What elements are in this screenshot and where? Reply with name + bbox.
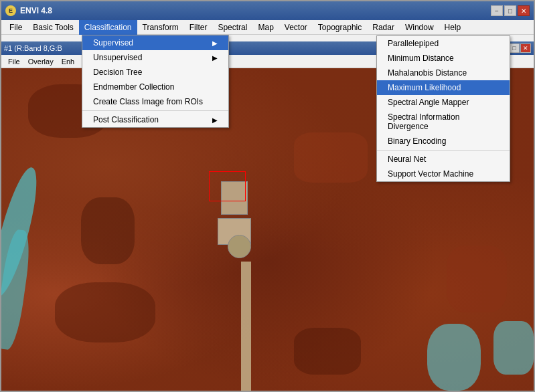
cls-endmember[interactable]: Endmember Collection: [82, 80, 228, 94]
doc-menu-file[interactable]: File: [4, 56, 24, 67]
maximize-button[interactable]: □: [504, 5, 516, 16]
texture-2: [447, 246, 507, 312]
close-button[interactable]: ✕: [518, 5, 530, 16]
window-controls: − □ ✕: [491, 5, 530, 16]
doc-menu-enh[interactable]: Enh: [58, 56, 79, 67]
submenu-arrow: ▶: [212, 54, 218, 62]
submenu-arrow: ▶: [212, 39, 218, 47]
menu-bar: File Basic Tools Classification Transfor…: [1, 20, 534, 35]
title-bar-left: E ENVI 4.8: [5, 5, 52, 16]
doc-close[interactable]: ✕: [520, 43, 531, 53]
river-bottom-right: [427, 324, 481, 391]
supervised-submenu: Parallelepiped Minimum Distance Mahalano…: [376, 35, 510, 182]
cls-create-class[interactable]: Create Class Image from ROIs: [82, 94, 228, 109]
menu-radar[interactable]: Radar: [367, 20, 400, 35]
menu-classification[interactable]: Classification: [79, 20, 137, 35]
building-dome: [228, 235, 251, 258]
menu-vector[interactable]: Vector: [279, 20, 313, 35]
main-window: E ENVI 4.8 − □ ✕ File Basic Tools Classi…: [0, 0, 535, 392]
forest-patch-4: [55, 282, 155, 342]
texture-1: [294, 132, 368, 183]
title-bar: E ENVI 4.8 − □ ✕: [1, 1, 534, 20]
sub-spectral-angle[interactable]: Spectral Angle Mapper: [377, 95, 510, 110]
app-icon: E: [5, 5, 16, 16]
menu-file[interactable]: File: [4, 20, 27, 35]
doc-title: #1 (R:Band 8,G:B: [4, 44, 62, 52]
classification-menu: Supervised ▶ Unsupervised ▶ Decision Tre…: [82, 35, 229, 128]
river-corner: [493, 321, 534, 375]
doc-maximize[interactable]: □: [509, 43, 520, 53]
menu-help[interactable]: Help: [439, 20, 467, 35]
sub-separator: [377, 150, 510, 151]
cls-unsupervised[interactable]: Unsupervised ▶: [82, 50, 228, 65]
menu-map[interactable]: Map: [252, 20, 279, 35]
cls-decision-tree[interactable]: Decision Tree: [82, 65, 228, 80]
cls-supervised[interactable]: Supervised ▶: [82, 35, 228, 50]
sub-svm[interactable]: Support Vector Machine: [377, 167, 510, 181]
forest-patch-3: [81, 197, 135, 264]
menu-filter[interactable]: Filter: [184, 20, 213, 35]
submenu-arrow: ▶: [212, 116, 218, 124]
menu-window[interactable]: Window: [400, 20, 439, 35]
sub-parallelepiped[interactable]: Parallelepiped: [377, 36, 510, 51]
menu-basic-tools[interactable]: Basic Tools: [27, 20, 78, 35]
sub-spectral-info[interactable]: Spectral Information Divergence: [377, 110, 510, 134]
sub-neural-net[interactable]: Neural Net: [377, 152, 510, 167]
minimize-button[interactable]: −: [491, 5, 503, 16]
menu-spectral[interactable]: Spectral: [212, 20, 252, 35]
road: [241, 262, 251, 391]
selection-box: [209, 171, 246, 201]
menu-transform[interactable]: Transform: [137, 20, 184, 35]
sub-mahalanobis[interactable]: Mahalanobis Distance: [377, 66, 510, 80]
menu-topographic[interactable]: Topographic: [313, 20, 367, 35]
sub-minimum-distance[interactable]: Minimum Distance: [377, 51, 510, 66]
forest-patch-5: [294, 328, 361, 375]
doc-menu-overlay[interactable]: Overlay: [24, 56, 58, 67]
sub-binary-encoding[interactable]: Binary Encoding: [377, 134, 510, 149]
cls-separator: [82, 110, 228, 111]
sub-maximum-likelihood[interactable]: Maximum Likelihood: [377, 80, 510, 95]
app-title: ENVI 4.8: [20, 6, 52, 15]
cls-post-classification[interactable]: Post Classification ▶: [82, 112, 228, 127]
